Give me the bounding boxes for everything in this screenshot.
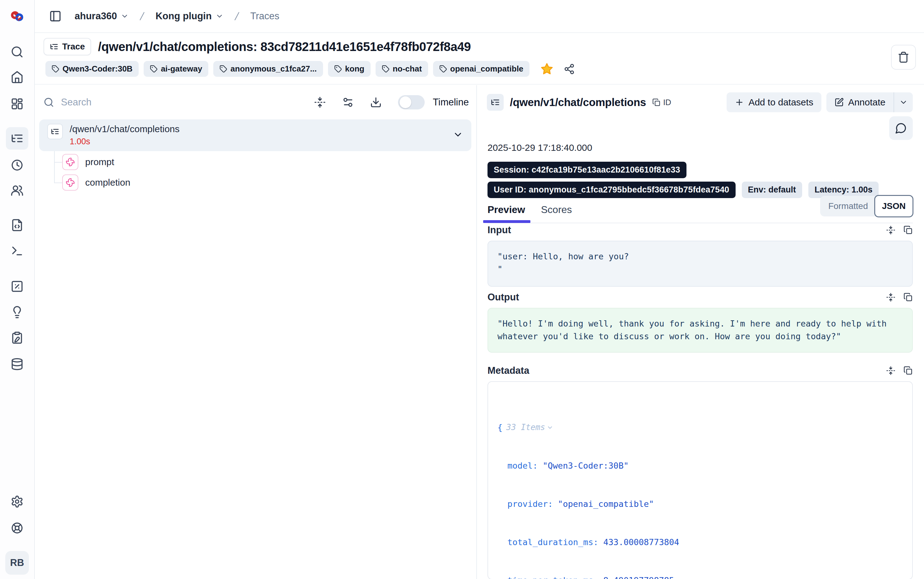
tag-chip[interactable]: openai_compatible xyxy=(433,61,530,77)
avatar-initials: RB xyxy=(10,557,24,568)
input-heading: Input xyxy=(488,224,511,236)
home-icon xyxy=(11,70,24,83)
user-avatar[interactable]: RB xyxy=(5,551,29,575)
tag-chip[interactable]: ai-gateway xyxy=(144,61,208,77)
tree-connector xyxy=(54,162,62,163)
tag-chip[interactable]: kong xyxy=(328,61,371,77)
fold-vertical-icon xyxy=(314,96,326,108)
add-to-datasets-button[interactable]: Add to datasets xyxy=(726,92,821,112)
fold-vertical-icon[interactable] xyxy=(886,293,895,302)
breadcrumb: ahura360 Kong plugin Traces xyxy=(75,11,279,22)
list-tree-icon xyxy=(11,132,24,145)
rail-sessions[interactable] xyxy=(6,154,28,176)
copy-icon[interactable] xyxy=(903,226,913,235)
format-option-json[interactable]: JSON xyxy=(874,195,913,218)
share-button[interactable] xyxy=(564,64,575,75)
download-icon xyxy=(370,96,382,108)
tree-root-row[interactable]: /qwen/v1/chat/completions 1.00s xyxy=(39,119,471,151)
annotate-dropdown-button[interactable] xyxy=(893,92,913,112)
delete-trace-button[interactable] xyxy=(891,45,916,70)
comments-button[interactable] xyxy=(889,116,913,140)
copy-icon[interactable] xyxy=(903,366,913,375)
timeline-toggle[interactable] xyxy=(398,95,425,110)
rail-playground[interactable] xyxy=(6,240,28,262)
tree-root-label: /qwen/v1/chat/completions xyxy=(70,124,180,134)
json-value: 433.00008773804 xyxy=(604,536,679,548)
breadcrumb-project[interactable]: ahura360 xyxy=(75,11,129,22)
rail-dashboards[interactable] xyxy=(6,93,28,115)
json-line: provider: "openai_compatible" xyxy=(498,497,903,510)
rail-support[interactable] xyxy=(6,517,28,539)
top-bar: ahura360 Kong plugin Traces xyxy=(35,0,924,33)
list-tree-icon xyxy=(491,98,500,107)
app-logo[interactable] xyxy=(8,7,26,26)
tag-icon xyxy=(334,65,342,73)
square-pen-icon xyxy=(834,98,844,107)
breadcrumb-separator xyxy=(137,11,147,21)
breadcrumb-project-label: ahura360 xyxy=(75,11,117,22)
breadcrumb-section[interactable]: Kong plugin xyxy=(155,11,224,22)
tag-chip[interactable]: no-chat xyxy=(375,61,428,77)
tab-scores-label: Scores xyxy=(541,204,572,215)
trace-tree-panel: Timeline /qwen/v1/chat/completions 1.00s… xyxy=(35,85,477,579)
rail-datasets[interactable] xyxy=(6,353,28,375)
tag-chip[interactable]: anonymous_c1fca27... xyxy=(213,61,323,77)
bookmark-star-button[interactable] xyxy=(540,62,554,76)
breadcrumb-separator xyxy=(232,11,242,21)
output-section-header: Output xyxy=(488,292,913,303)
rail-insights[interactable] xyxy=(6,301,28,324)
trace-tags: Qwen3-Coder:30B ai-gateway anonymous_c1f… xyxy=(46,61,575,77)
tab-scores[interactable]: Scores xyxy=(541,204,572,216)
tag-label: ai-gateway xyxy=(161,64,202,74)
rail-users[interactable] xyxy=(6,179,28,201)
tag-chip[interactable]: Qwen3-Coder:30B xyxy=(46,61,139,77)
plus-icon xyxy=(735,98,744,107)
json-line[interactable]: { 33 Items xyxy=(498,421,903,434)
tree-child-prompt[interactable]: prompt xyxy=(62,152,471,172)
copy-id-button[interactable]: ID xyxy=(652,98,671,107)
json-line: model: "Qwen3-Coder:30B" xyxy=(498,459,903,472)
sidebar-toggle-button[interactable] xyxy=(47,7,64,25)
lightbulb-icon xyxy=(11,306,24,319)
rail-search[interactable] xyxy=(6,41,28,63)
collapse-node-button[interactable] xyxy=(453,129,463,140)
annotate-button[interactable]: Annotate xyxy=(826,92,893,112)
chevron-down-icon[interactable] xyxy=(547,424,553,431)
tag-icon xyxy=(439,65,447,73)
json-key: model: xyxy=(508,459,538,472)
rail-tracing[interactable] xyxy=(6,127,28,150)
user-id-badge[interactable]: User ID: anonymous_c1fca2795bbedc5f36678… xyxy=(488,182,736,198)
json-items-count: 33 Items xyxy=(506,421,545,434)
rail-evaluators[interactable] xyxy=(6,275,28,298)
collapse-all-button[interactable] xyxy=(314,96,326,108)
rail-annotation[interactable] xyxy=(6,327,28,349)
list-tree-icon xyxy=(51,127,59,136)
view-settings-button[interactable] xyxy=(342,96,354,108)
json-value: 8.490197798785 xyxy=(604,574,674,579)
format-toggle: Formatted JSON xyxy=(820,196,913,216)
search-input[interactable] xyxy=(61,97,235,108)
fold-vertical-icon[interactable] xyxy=(886,226,895,235)
rail-settings[interactable] xyxy=(6,491,28,513)
tag-icon xyxy=(150,65,158,73)
copy-icon[interactable] xyxy=(903,293,913,302)
event-fan-icon xyxy=(65,178,75,187)
json-line: total_duration_ms: 433.00008773804 xyxy=(498,536,903,548)
output-text: "Hello! I'm doing well, thank you for as… xyxy=(498,319,892,341)
json-value: "Qwen3-Coder:30B" xyxy=(543,459,629,472)
format-option-formatted[interactable]: Formatted xyxy=(822,201,874,211)
breadcrumb-page[interactable]: Traces xyxy=(250,11,279,22)
rail-home[interactable] xyxy=(6,66,28,88)
tree-child-completion[interactable]: completion xyxy=(62,172,471,193)
tag-icon xyxy=(219,65,227,73)
rail-prompts[interactable] xyxy=(6,214,28,236)
metadata-content: { 33 Items model: "Qwen3-Coder:30B" prov… xyxy=(488,381,913,579)
list-tree-icon xyxy=(50,42,59,51)
tag-label: openai_compatible xyxy=(450,64,524,74)
json-key: time_per_token_ms: xyxy=(508,574,599,579)
session-badge[interactable]: Session: c42fca19b75e13aac2b2106610f81e3… xyxy=(488,162,686,178)
metadata-section-header: Metadata xyxy=(488,365,913,376)
download-button[interactable] xyxy=(370,96,382,108)
fold-vertical-icon[interactable] xyxy=(886,366,895,375)
tab-preview[interactable]: Preview xyxy=(488,204,525,216)
